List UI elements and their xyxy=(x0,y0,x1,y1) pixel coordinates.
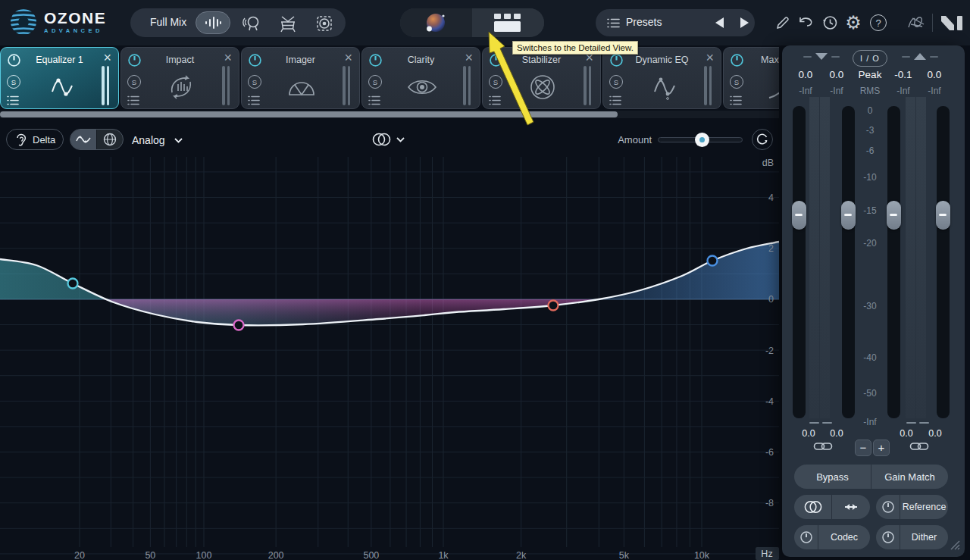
eq-curve-graph[interactable]: 420-2-4-6-8dB20501002005001k2k5k10kHz xyxy=(0,121,779,560)
module-options-button[interactable] xyxy=(489,95,501,108)
resize-grip[interactable] xyxy=(948,538,960,553)
dither-power-button[interactable] xyxy=(876,525,900,549)
gain-fader-track[interactable] xyxy=(842,106,855,418)
eq-band-node-1[interactable] xyxy=(68,279,78,289)
channel-mode-group xyxy=(794,495,870,519)
previous-preset-button[interactable] xyxy=(715,17,726,28)
gain-fader-handle[interactable] xyxy=(936,201,950,230)
stabilizer-icon xyxy=(524,70,562,104)
edit-preset-button[interactable] xyxy=(773,13,793,33)
history-button[interactable] xyxy=(820,13,840,33)
module-solo-button[interactable]: S xyxy=(489,75,502,89)
chevron-down-icon xyxy=(396,137,405,142)
input-right-rms: -Inf xyxy=(830,86,843,96)
module-close-button[interactable]: × xyxy=(344,51,352,64)
codec-button[interactable]: Codec xyxy=(818,525,870,549)
input-right-peak: 0.0 xyxy=(830,69,844,80)
module-card-dynamic-eq[interactable]: Dynamic EQ×S xyxy=(602,47,721,109)
spectrum-globe-view-button[interactable] xyxy=(97,129,123,150)
vocal-target-button[interactable] xyxy=(242,14,261,33)
module-drag-handle[interactable] xyxy=(343,66,350,105)
module-solo-button[interactable]: S xyxy=(730,75,743,89)
module-options-button[interactable] xyxy=(730,95,742,108)
module-drag-handle[interactable] xyxy=(584,66,591,105)
gain-fader-handle[interactable] xyxy=(887,201,901,230)
next-preset-button[interactable] xyxy=(740,17,751,28)
simple-view-button[interactable] xyxy=(400,8,472,37)
module-card-clarity[interactable]: Clarity×S xyxy=(361,47,480,109)
output-gain-link-button[interactable] xyxy=(909,440,929,455)
module-close-button[interactable]: × xyxy=(103,51,111,64)
module-chain-scrollbar-thumb[interactable] xyxy=(0,111,618,117)
channel-select-dropdown[interactable] xyxy=(371,132,405,147)
output-meter-collapse-button[interactable] xyxy=(902,53,938,60)
input-meter-collapse-button[interactable] xyxy=(803,53,840,60)
eq-band-node-3[interactable] xyxy=(549,301,559,311)
ozone-app-window: OZONE ADVANCED Full Mix xyxy=(0,0,970,560)
module-close-button[interactable]: × xyxy=(224,51,232,64)
eq-band-node-2[interactable] xyxy=(234,321,244,330)
module-drag-handle[interactable] xyxy=(102,66,109,105)
rms-label[interactable]: RMS xyxy=(860,86,881,96)
dither-button[interactable]: Dither xyxy=(900,525,948,549)
module-solo-button[interactable]: S xyxy=(368,75,382,89)
eq-mode-dropdown[interactable]: Analog xyxy=(132,134,183,146)
bypass-button[interactable]: Bypass xyxy=(794,465,871,489)
gain-match-button[interactable]: Gain Match xyxy=(871,465,948,489)
meter-scale-tick: -20 xyxy=(863,238,876,249)
gain-fader-track[interactable] xyxy=(793,106,806,418)
module-card-impact[interactable]: Impact×S xyxy=(120,47,239,109)
zoom-out-meter-button[interactable]: − xyxy=(855,440,871,456)
module-drag-handle[interactable] xyxy=(463,66,471,105)
output-left-rms: -Inf xyxy=(896,86,909,96)
level-meter-column xyxy=(820,97,830,418)
settings-button[interactable]: ⚙ xyxy=(843,13,863,33)
gain-fader-track[interactable] xyxy=(937,106,950,418)
amount-slider-thumb[interactable] xyxy=(695,133,709,147)
module-options-button[interactable] xyxy=(248,95,260,108)
reference-power-button[interactable] xyxy=(876,495,900,519)
module-options-button[interactable] xyxy=(127,95,139,108)
module-options-button[interactable] xyxy=(609,95,621,108)
chevron-down-icon xyxy=(174,138,183,143)
stereo-mode-button[interactable] xyxy=(794,495,831,519)
detailed-view-button[interactable] xyxy=(472,8,544,37)
gain-fader-handle[interactable] xyxy=(792,201,806,230)
presets-bar[interactable]: Presets xyxy=(596,9,755,36)
module-solo-button[interactable]: S xyxy=(7,75,20,89)
module-card-imager[interactable]: Imager×S xyxy=(241,47,360,109)
drums-target-button[interactable] xyxy=(278,14,298,33)
amount-slider[interactable] xyxy=(658,137,743,142)
nks-signal-button[interactable] xyxy=(906,13,926,33)
module-solo-button[interactable]: S xyxy=(609,75,623,89)
reference-button[interactable]: Reference xyxy=(900,495,948,519)
module-close-button[interactable]: × xyxy=(706,51,714,64)
module-options-button[interactable] xyxy=(7,95,19,108)
undo-button[interactable] xyxy=(796,13,815,33)
module-solo-button[interactable]: S xyxy=(248,75,261,89)
module-solo-button[interactable]: S xyxy=(127,75,141,89)
zoom-in-meter-button[interactable]: + xyxy=(873,440,890,456)
module-drag-handle[interactable] xyxy=(704,66,712,105)
module-card-eq-curve[interactable]: Equalizer 1×S xyxy=(0,47,119,109)
master-target-button[interactable] xyxy=(314,14,334,33)
y-axis-unit: dB xyxy=(762,158,774,168)
gain-fader-handle[interactable] xyxy=(841,201,856,230)
peak-label[interactable]: Peak xyxy=(859,69,882,80)
module-drag-handle[interactable] xyxy=(222,66,230,105)
eq-band-node-4[interactable] xyxy=(708,256,718,266)
width-mode-button[interactable] xyxy=(832,495,870,519)
module-card-maximizer[interactable]: Maximizer×S xyxy=(723,47,779,109)
delta-button[interactable]: Delta xyxy=(6,129,64,150)
full-mix-waveform-button[interactable] xyxy=(196,11,230,34)
module-options-button[interactable] xyxy=(368,95,380,108)
gain-fader-track[interactable] xyxy=(887,106,900,418)
module-close-button[interactable]: × xyxy=(465,51,473,64)
eq-curve-view-button[interactable] xyxy=(70,129,96,150)
codec-power-button[interactable] xyxy=(794,525,818,549)
input-gain-link-button[interactable] xyxy=(813,440,833,455)
module-card-stabilizer[interactable]: Stabilizer×S xyxy=(482,47,601,109)
help-button[interactable]: ? xyxy=(868,13,888,33)
reset-button[interactable] xyxy=(752,129,773,150)
io-toggle[interactable]: I / O xyxy=(853,50,887,67)
